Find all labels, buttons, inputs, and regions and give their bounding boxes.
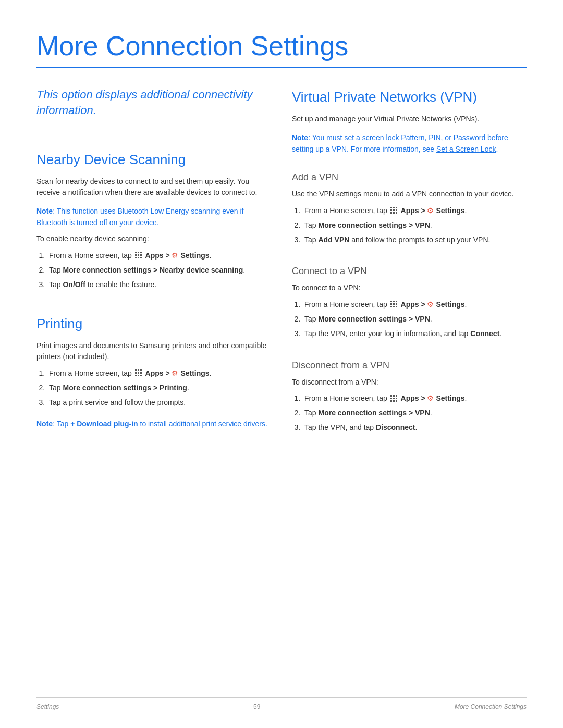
step-bold: On/Off xyxy=(63,280,85,289)
printing-body: Print images and documents to Samsung pr… xyxy=(36,340,271,363)
settings-icon: ⚙ xyxy=(427,394,434,403)
apps-icon xyxy=(135,369,142,377)
settings-label: Settings xyxy=(436,206,464,215)
connect-vpn-title: Connect to a VPN xyxy=(292,264,527,278)
add-vpn-title: Add a VPN xyxy=(292,170,527,184)
note-label: Note xyxy=(36,419,53,428)
add-vpn-steps: From a Home screen, tap Apps > ⚙ Setting… xyxy=(302,205,527,249)
page-footer: Settings 59 More Connection Settings xyxy=(36,697,527,711)
vpn-main-note: Note: You must set a screen lock Pattern… xyxy=(292,132,527,155)
note-label: Note xyxy=(292,133,308,142)
settings-icon: ⚙ xyxy=(172,251,178,260)
nearby-device-body: Scan for nearby devices to connect to an… xyxy=(36,176,271,199)
settings-label: Settings xyxy=(180,369,209,377)
nearby-device-note: Note: This function uses Bluetooth Low E… xyxy=(36,206,271,228)
page: More Connection Settings This option dis… xyxy=(0,0,563,728)
page-title: More Connection Settings xyxy=(36,31,527,61)
list-item: From a Home screen, tap Apps > ⚙ Setting… xyxy=(47,250,271,262)
step-bold: More connection settings > VPN xyxy=(318,409,430,417)
step-bold: Add VPN xyxy=(318,236,349,244)
step-bold: More connection settings > VPN xyxy=(318,315,430,323)
settings-icon: ⚙ xyxy=(427,301,434,309)
vpn-main-body: Set up and manage your Virtual Private N… xyxy=(292,114,527,125)
list-item: Tap Add VPN and follow the prompts to se… xyxy=(302,235,527,246)
printing-steps: From a Home screen, tap Apps > ⚙ Setting… xyxy=(47,368,271,412)
printing-note: Note: Tap + Download plug-in to install … xyxy=(36,418,271,430)
list-item: Tap More connection settings > VPN. xyxy=(302,408,527,419)
apps-icon xyxy=(390,395,398,402)
list-item: From a Home screen, tap Apps > ⚙ Setting… xyxy=(302,393,527,404)
nearby-device-title: Nearby Device Scanning xyxy=(36,150,271,170)
disconnect-vpn-steps: From a Home screen, tap Apps > ⚙ Setting… xyxy=(302,393,527,437)
list-item: Tap the VPN, and tap Disconnect. xyxy=(302,422,527,434)
settings-icon: ⚙ xyxy=(427,206,434,215)
screen-lock-link[interactable]: Set a Screen Lock xyxy=(436,145,496,153)
apps-icon xyxy=(390,301,398,308)
disconnect-vpn-pre-steps: To disconnect from a VPN: xyxy=(292,377,527,388)
disconnect-vpn-title: Disconnect from a VPN xyxy=(292,359,527,373)
step-bold: Connect xyxy=(470,329,499,338)
settings-icon: ⚙ xyxy=(172,369,178,377)
nearby-device-pre-steps: To enable nearby device scanning: xyxy=(36,233,271,245)
vpn-main-title: Virtual Private Networks (VPN) xyxy=(292,87,527,107)
list-item: Tap More connection settings > VPN. xyxy=(302,220,527,231)
apps-label: Apps > xyxy=(145,369,170,377)
printing-title: Printing xyxy=(36,314,271,334)
apps-icon xyxy=(135,252,142,259)
step-bold: More connection settings > VPN xyxy=(318,221,430,229)
right-column: Virtual Private Networks (VPN) Set up an… xyxy=(292,87,527,442)
footer-page-number: 59 xyxy=(253,702,260,711)
footer-right: More Connection Settings xyxy=(455,702,527,711)
plus-icon: + xyxy=(70,419,75,428)
settings-label: Settings xyxy=(180,251,209,260)
note-bold: Download plug-in xyxy=(77,419,138,428)
step-bold: More connection settings > Printing xyxy=(63,384,187,392)
nearby-device-steps: From a Home screen, tap Apps > ⚙ Setting… xyxy=(47,250,271,294)
list-item: From a Home screen, tap Apps > ⚙ Setting… xyxy=(47,368,271,379)
footer-left: Settings xyxy=(36,702,59,711)
list-item: Tap More connection settings > Printing. xyxy=(47,382,271,394)
apps-label: Apps > xyxy=(145,251,170,260)
step-bold: Disconnect xyxy=(376,423,415,431)
add-vpn-body: Use the VPN settings menu to add a VPN c… xyxy=(292,189,527,200)
apps-label: Apps > xyxy=(401,300,425,309)
apps-icon xyxy=(390,207,398,214)
step-bold: More connection settings > Nearby device… xyxy=(63,266,243,274)
left-column: This option displays additional connecti… xyxy=(36,87,271,442)
settings-label: Settings xyxy=(436,300,464,309)
list-item: Tap On/Off to enable the feature. xyxy=(47,279,271,291)
list-item: From a Home screen, tap Apps > ⚙ Setting… xyxy=(302,299,527,311)
title-divider xyxy=(36,67,527,68)
content-columns: This option displays additional connecti… xyxy=(36,87,527,442)
list-item: Tap More connection settings > VPN. xyxy=(302,314,527,325)
connect-vpn-pre-steps: To connect to a VPN: xyxy=(292,282,527,294)
settings-label: Settings xyxy=(436,394,464,402)
list-item: From a Home screen, tap Apps > ⚙ Setting… xyxy=(302,205,527,217)
connect-vpn-steps: From a Home screen, tap Apps > ⚙ Setting… xyxy=(302,299,527,343)
list-item: Tap a print service and follow the promp… xyxy=(47,397,271,409)
apps-label: Apps > xyxy=(401,206,425,215)
note-label: Note xyxy=(36,207,53,215)
list-item: Tap the VPN, enter your log in informati… xyxy=(302,328,527,340)
list-item: Tap More connection settings > Nearby de… xyxy=(47,265,271,276)
apps-label: Apps > xyxy=(401,394,425,402)
intro-text: This option displays additional connecti… xyxy=(36,87,271,118)
